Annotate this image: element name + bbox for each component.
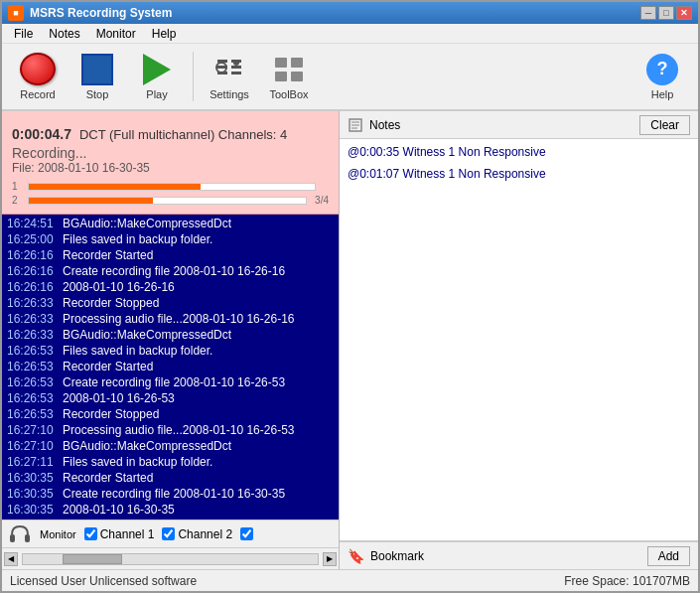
menu-notes[interactable]: Notes: [41, 25, 87, 43]
stop-icon: [81, 54, 113, 85]
svg-rect-10: [275, 72, 287, 81]
log-text: Processing audio file...2008-01-10 16-26…: [63, 423, 294, 437]
settings-button[interactable]: Settings: [202, 48, 257, 105]
log-row: 16:27:10Processing audio file...2008-01-…: [4, 422, 337, 438]
svg-point-7: [233, 60, 239, 66]
recording-status: Recording...: [12, 145, 329, 161]
stop-button[interactable]: Stop: [70, 48, 125, 105]
log-text: Recorder Started: [63, 248, 153, 262]
status-left: Licensed User Unlicensed software: [10, 574, 197, 588]
right-panel: Notes Clear @0:00:35 Witness 1 Non Respo…: [340, 111, 698, 569]
bookmark-bar: 🔖 Bookmark Add: [340, 541, 698, 569]
log-text: BGAudio::MakeCompressedDct: [63, 217, 231, 230]
scrollbar-area[interactable]: [22, 553, 319, 565]
log-text: Processing audio file...2008-01-10 16-26…: [63, 312, 294, 326]
log-row: 16:26:53Recorder Started: [4, 359, 337, 374]
log-time: 16:26:16: [7, 248, 55, 262]
notes-title: Notes: [369, 118, 400, 132]
progress-bars: 1 2 3/4: [12, 181, 329, 206]
scroll-thumb[interactable]: [63, 554, 122, 564]
log-time: 16:26:16: [7, 280, 55, 294]
scrollbar-row: ◀ ▶: [2, 547, 339, 569]
status-right: Free Space: 101707MB: [564, 574, 690, 588]
log-time: 16:27:10: [7, 439, 55, 453]
log-time: 16:25:00: [7, 232, 55, 246]
recording-dct: DCT (Full multichannel) Channels: 4: [79, 127, 287, 142]
help-button[interactable]: ? Help: [634, 48, 690, 105]
log-text: BGAudio::MakeCompressedDct: [63, 439, 231, 453]
log-row: 16:26:33Recorder Stopped: [4, 295, 337, 311]
record-label: Record: [20, 88, 55, 100]
status-bar: Licensed User Unlicensed software Free S…: [2, 569, 698, 591]
log-time: 16:26:53: [7, 407, 55, 421]
help-icon: ?: [646, 54, 678, 85]
minimize-button[interactable]: ─: [640, 6, 656, 20]
svg-rect-9: [291, 58, 303, 68]
main-window: ■ MSRS Recording System ─ □ ✕ File Notes…: [0, 0, 700, 593]
settings-icon: [212, 53, 246, 85]
menu-file[interactable]: File: [6, 25, 41, 43]
left-panel: 0:00:04.7 DCT (Full multichannel) Channe…: [2, 111, 340, 569]
progress-row-1: 1: [12, 181, 329, 192]
log-row: 16:26:16Recorder Started: [4, 247, 337, 263]
toolbox-label: ToolBox: [269, 88, 308, 100]
progress-bar-outer-1: [28, 183, 316, 191]
log-text: Create recording file 2008-01-10 16-26-5…: [63, 375, 285, 389]
bookmark-title: Bookmark: [370, 549, 424, 563]
bookmark-icon: 🔖: [348, 548, 364, 564]
log-text: 2008-01-10 16-26-53: [63, 391, 175, 405]
channel1-check[interactable]: Channel 1: [84, 527, 155, 541]
toolbox-button[interactable]: ToolBox: [261, 48, 317, 105]
scroll-left-arrow[interactable]: ◀: [4, 552, 18, 566]
channel2-check[interactable]: Channel 2: [162, 527, 232, 541]
log-text: 2008-01-10 16-30-35: [63, 503, 175, 517]
maximize-button[interactable]: □: [658, 6, 674, 20]
log-time: 16:30:35: [7, 503, 55, 517]
svg-rect-12: [10, 534, 15, 542]
log-time: 16:26:53: [7, 344, 55, 358]
log-time: 16:26:16: [7, 264, 55, 278]
log-row: 16:26:53Files saved in backup folder.: [4, 343, 337, 359]
record-button[interactable]: Record: [10, 48, 66, 105]
log-row: 16:30:35Recorder Started: [4, 470, 337, 486]
svg-rect-5: [231, 72, 241, 74]
log-row: 16:26:53Create recording file 2008-01-10…: [4, 374, 337, 390]
scroll-right-arrow[interactable]: ▶: [323, 552, 337, 566]
svg-rect-4: [231, 66, 241, 69]
channel2-checkbox[interactable]: [162, 527, 175, 540]
log-row: 16:26:162008-01-10 16-26-16: [4, 279, 337, 295]
log-text: Files saved in backup folder.: [63, 344, 212, 358]
log-text: Recorder Stopped: [63, 407, 159, 421]
settings-label: Settings: [210, 88, 249, 100]
play-button[interactable]: Play: [129, 48, 185, 105]
log-row: 16:24:51BGAudio::MakeCompressedDct: [4, 216, 337, 231]
log-text: Create recording file 2008-01-10 16-30-3…: [63, 487, 285, 501]
title-bar: ■ MSRS Recording System ─ □ ✕: [2, 2, 698, 24]
content-area: 0:00:04.7 DCT (Full multichannel) Channe…: [2, 111, 698, 569]
menu-monitor[interactable]: Monitor: [88, 25, 144, 43]
notes-title-row: Notes: [348, 117, 400, 133]
log-text: BGAudio::MakeCompressedDct: [63, 328, 231, 342]
note-item-1: @0:00:35 Witness 1 Non Responsive: [348, 145, 690, 159]
clear-button[interactable]: Clear: [639, 115, 690, 135]
progress-label-1: 1: [12, 181, 24, 192]
close-button[interactable]: ✕: [676, 6, 692, 20]
log-row: 16:27:10BGAudio::MakeCompressedDct: [4, 438, 337, 454]
channel3-checkbox[interactable]: [240, 527, 253, 540]
play-label: Play: [146, 88, 167, 100]
record-icon: [20, 53, 56, 85]
log-area[interactable]: 16:24:17User created this stamped commen…: [2, 215, 339, 519]
headphones-icon: [8, 524, 32, 544]
progress-label-2: 2: [12, 195, 24, 206]
log-row: 16:26:53Recorder Stopped: [4, 406, 337, 422]
add-button[interactable]: Add: [647, 546, 690, 566]
log-time: 16:26:33: [7, 296, 55, 310]
log-time: 16:26:53: [7, 375, 55, 389]
svg-rect-11: [291, 72, 303, 81]
progress-row-2: 2 3/4: [12, 195, 329, 206]
menu-bar: File Notes Monitor Help: [2, 24, 698, 44]
monitor-label: Monitor: [40, 528, 76, 540]
menu-help[interactable]: Help: [144, 25, 185, 43]
channel1-checkbox[interactable]: [84, 527, 97, 540]
log-row: 16:26:16Create recording file 2008-01-10…: [4, 263, 337, 279]
